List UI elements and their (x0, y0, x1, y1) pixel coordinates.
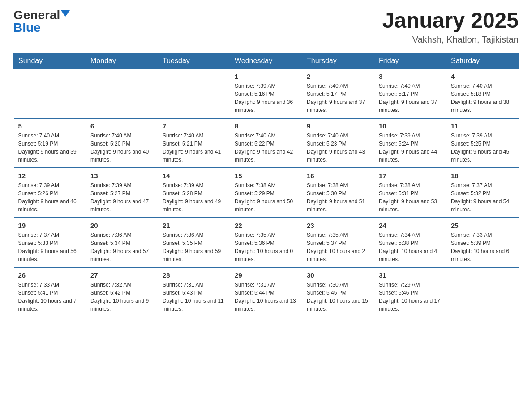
header-day-sunday: Sunday (14, 53, 86, 68)
week-row-4: 19Sunrise: 7:37 AMSunset: 5:33 PMDayligh… (14, 218, 519, 267)
day-cell: 14Sunrise: 7:39 AMSunset: 5:28 PMDayligh… (158, 168, 230, 218)
day-number: 30 (307, 271, 369, 279)
day-cell: 3Sunrise: 7:40 AMSunset: 5:17 PMDaylight… (374, 68, 446, 118)
header-day-wednesday: Wednesday (230, 53, 302, 68)
day-number: 17 (379, 172, 442, 180)
day-number: 14 (163, 172, 225, 180)
header-day-friday: Friday (374, 53, 446, 68)
day-cell (14, 68, 86, 118)
week-row-1: 1Sunrise: 7:39 AMSunset: 5:16 PMDaylight… (14, 68, 519, 118)
day-info: Sunrise: 7:31 AMSunset: 5:43 PMDaylight:… (163, 281, 225, 313)
day-info: Sunrise: 7:36 AMSunset: 5:35 PMDaylight:… (163, 231, 225, 263)
day-number: 7 (163, 122, 225, 130)
day-cell (446, 267, 519, 317)
day-cell: 21Sunrise: 7:36 AMSunset: 5:35 PMDayligh… (158, 218, 230, 267)
day-cell: 6Sunrise: 7:40 AMSunset: 5:20 PMDaylight… (86, 118, 158, 168)
day-number: 16 (307, 172, 369, 180)
day-info: Sunrise: 7:33 AMSunset: 5:41 PMDaylight:… (18, 281, 82, 313)
logo-general: General (13, 9, 60, 21)
day-number: 5 (18, 122, 82, 130)
day-cell: 30Sunrise: 7:30 AMSunset: 5:45 PMDayligh… (302, 267, 374, 317)
header-day-monday: Monday (86, 53, 158, 68)
day-number: 26 (18, 271, 82, 279)
logo-triangle-icon (61, 10, 70, 17)
page-header: General Blue January 2025 Vakhsh, Khatlo… (13, 9, 519, 45)
day-info: Sunrise: 7:35 AMSunset: 5:36 PMDaylight:… (235, 231, 297, 263)
day-number: 8 (235, 122, 297, 130)
day-cell: 18Sunrise: 7:37 AMSunset: 5:32 PMDayligh… (446, 168, 519, 218)
day-number: 31 (379, 271, 442, 279)
day-cell: 24Sunrise: 7:34 AMSunset: 5:38 PMDayligh… (374, 218, 446, 267)
title-block: January 2025 Vakhsh, Khatlon, Tajikistan (382, 9, 519, 45)
day-cell: 5Sunrise: 7:40 AMSunset: 5:19 PMDaylight… (14, 118, 86, 168)
day-info: Sunrise: 7:37 AMSunset: 5:33 PMDaylight:… (18, 231, 82, 263)
day-number: 9 (307, 122, 369, 130)
day-number: 6 (90, 122, 153, 130)
day-cell: 23Sunrise: 7:35 AMSunset: 5:37 PMDayligh… (302, 218, 374, 267)
day-number: 23 (307, 222, 369, 229)
logo-blue: Blue (13, 21, 41, 34)
day-number: 29 (235, 271, 297, 279)
day-info: Sunrise: 7:39 AMSunset: 5:26 PMDaylight:… (18, 181, 82, 214)
day-number: 18 (451, 172, 514, 180)
day-cell: 29Sunrise: 7:31 AMSunset: 5:44 PMDayligh… (230, 267, 302, 317)
day-info: Sunrise: 7:29 AMSunset: 5:46 PMDaylight:… (379, 281, 442, 313)
day-number: 3 (379, 73, 442, 80)
day-info: Sunrise: 7:40 AMSunset: 5:23 PMDaylight:… (307, 132, 369, 164)
day-number: 24 (379, 222, 442, 229)
header-row: SundayMondayTuesdayWednesdayThursdayFrid… (14, 53, 519, 68)
day-info: Sunrise: 7:39 AMSunset: 5:25 PMDaylight:… (451, 132, 514, 164)
header-day-tuesday: Tuesday (158, 53, 230, 68)
day-cell: 25Sunrise: 7:33 AMSunset: 5:39 PMDayligh… (446, 218, 519, 267)
day-info: Sunrise: 7:36 AMSunset: 5:34 PMDaylight:… (90, 231, 153, 263)
day-cell: 8Sunrise: 7:40 AMSunset: 5:22 PMDaylight… (230, 118, 302, 168)
week-row-3: 12Sunrise: 7:39 AMSunset: 5:26 PMDayligh… (14, 168, 519, 218)
day-number: 1 (235, 73, 297, 80)
day-number: 28 (163, 271, 225, 279)
day-info: Sunrise: 7:39 AMSunset: 5:24 PMDaylight:… (379, 132, 442, 164)
day-number: 10 (379, 122, 442, 130)
day-cell (158, 68, 230, 118)
week-row-5: 26Sunrise: 7:33 AMSunset: 5:41 PMDayligh… (14, 267, 519, 317)
day-cell: 22Sunrise: 7:35 AMSunset: 5:36 PMDayligh… (230, 218, 302, 267)
day-number: 15 (235, 172, 297, 180)
day-number: 2 (307, 73, 369, 80)
day-info: Sunrise: 7:39 AMSunset: 5:27 PMDaylight:… (90, 181, 153, 214)
day-number: 21 (163, 222, 225, 229)
day-info: Sunrise: 7:35 AMSunset: 5:37 PMDaylight:… (307, 231, 369, 263)
day-info: Sunrise: 7:38 AMSunset: 5:30 PMDaylight:… (307, 181, 369, 214)
header-day-saturday: Saturday (446, 53, 519, 68)
day-info: Sunrise: 7:39 AMSunset: 5:16 PMDaylight:… (235, 82, 297, 114)
day-number: 25 (451, 222, 514, 229)
day-info: Sunrise: 7:33 AMSunset: 5:39 PMDaylight:… (451, 231, 514, 263)
day-number: 4 (451, 73, 514, 80)
day-info: Sunrise: 7:40 AMSunset: 5:19 PMDaylight:… (18, 132, 82, 164)
day-cell: 11Sunrise: 7:39 AMSunset: 5:25 PMDayligh… (446, 118, 519, 168)
day-cell: 15Sunrise: 7:38 AMSunset: 5:29 PMDayligh… (230, 168, 302, 218)
logo: General Blue (13, 9, 70, 34)
day-cell: 10Sunrise: 7:39 AMSunset: 5:24 PMDayligh… (374, 118, 446, 168)
day-cell: 7Sunrise: 7:40 AMSunset: 5:21 PMDaylight… (158, 118, 230, 168)
day-cell: 12Sunrise: 7:39 AMSunset: 5:26 PMDayligh… (14, 168, 86, 218)
day-info: Sunrise: 7:34 AMSunset: 5:38 PMDaylight:… (379, 231, 442, 263)
calendar-table: SundayMondayTuesdayWednesdayThursdayFrid… (13, 53, 519, 317)
day-info: Sunrise: 7:40 AMSunset: 5:18 PMDaylight:… (451, 82, 514, 114)
day-number: 19 (18, 222, 82, 229)
calendar-location: Vakhsh, Khatlon, Tajikistan (382, 34, 519, 45)
day-cell: 2Sunrise: 7:40 AMSunset: 5:17 PMDaylight… (302, 68, 374, 118)
day-info: Sunrise: 7:40 AMSunset: 5:17 PMDaylight:… (307, 82, 369, 114)
day-cell: 20Sunrise: 7:36 AMSunset: 5:34 PMDayligh… (86, 218, 158, 267)
day-cell: 31Sunrise: 7:29 AMSunset: 5:46 PMDayligh… (374, 267, 446, 317)
header-day-thursday: Thursday (302, 53, 374, 68)
week-row-2: 5Sunrise: 7:40 AMSunset: 5:19 PMDaylight… (14, 118, 519, 168)
day-number: 12 (18, 172, 82, 180)
day-info: Sunrise: 7:40 AMSunset: 5:17 PMDaylight:… (379, 82, 442, 114)
day-cell: 1Sunrise: 7:39 AMSunset: 5:16 PMDaylight… (230, 68, 302, 118)
day-cell: 4Sunrise: 7:40 AMSunset: 5:18 PMDaylight… (446, 68, 519, 118)
day-cell: 16Sunrise: 7:38 AMSunset: 5:30 PMDayligh… (302, 168, 374, 218)
day-number: 20 (90, 222, 153, 229)
day-cell: 28Sunrise: 7:31 AMSunset: 5:43 PMDayligh… (158, 267, 230, 317)
day-cell: 9Sunrise: 7:40 AMSunset: 5:23 PMDaylight… (302, 118, 374, 168)
day-number: 27 (90, 271, 153, 279)
day-info: Sunrise: 7:38 AMSunset: 5:31 PMDaylight:… (379, 181, 442, 214)
